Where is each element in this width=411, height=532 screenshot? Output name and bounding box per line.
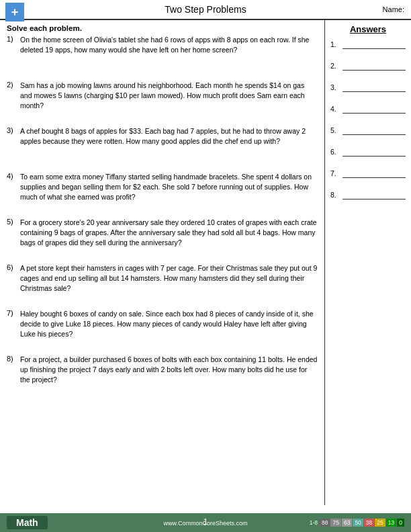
problem-text-5: For a grocery store's 20 year anniversar…	[20, 218, 318, 258]
problem-6: 6) A pet store kept their hamsters in ca…	[7, 263, 318, 304]
answer-num-2: 2.	[330, 62, 342, 70]
score-0: 0	[397, 519, 404, 527]
problem-num-4: 4)	[7, 172, 20, 212]
problem-num-8: 8)	[7, 355, 20, 395]
page-header: + Two Step Problems Name:	[0, 0, 411, 20]
answer-underline-2	[342, 61, 406, 71]
problem-num-6: 6)	[7, 263, 20, 304]
score-50: 50	[353, 519, 363, 527]
page-footer: Math www.CommonCoreSheets.com 1 1-8 88 7…	[0, 513, 411, 532]
problem-5: 5) For a grocery store's 20 year anniver…	[7, 218, 318, 258]
problem-text-1: On the home screen of Olivia's tablet sh…	[20, 35, 318, 75]
answer-num-5: 5.	[330, 126, 342, 134]
problem-2: 2) Sam has a job mowing lawns around his…	[7, 81, 318, 121]
problem-text-6: A pet store kept their hamsters in cages…	[20, 263, 318, 304]
problem-8: 8) For a project, a builder purchased 6 …	[7, 355, 318, 395]
answer-line-3: 3.	[330, 83, 406, 92]
score-63: 63	[342, 519, 352, 527]
logo-box: +	[5, 3, 24, 21]
answer-underline-3	[342, 83, 406, 92]
main-container: Solve each problem. 1) On the home scree…	[0, 20, 411, 505]
problem-num-3: 3)	[7, 126, 20, 167]
answers-title: Answers	[330, 24, 406, 34]
answer-num-7: 7.	[330, 169, 342, 177]
answer-underline-7	[342, 169, 406, 178]
problem-num-2: 2)	[7, 81, 20, 121]
answer-num-6: 6.	[330, 148, 342, 156]
footer-scores: 1-8 88 75 63 50 38 25 13 0	[310, 519, 404, 527]
answer-line-8: 8.	[330, 190, 406, 200]
page-title: Two Step Problems	[165, 4, 246, 15]
score-13: 13	[386, 519, 396, 527]
problem-3: 3) A chef bought 8 bags of apples for $3…	[7, 126, 318, 167]
answer-underline-4	[342, 104, 406, 114]
score-25: 25	[375, 519, 385, 527]
problem-text-3: A chef bought 8 bags of apples for $33. …	[20, 126, 318, 167]
problem-text-4: To earn some extra money Tiffany started…	[20, 172, 318, 212]
logo-plus: +	[11, 6, 19, 18]
score-range-label: 1-8	[310, 519, 318, 526]
score-38: 38	[364, 519, 374, 527]
score-88: 88	[320, 519, 330, 527]
answer-line-1: 1.	[330, 40, 406, 49]
instruction-label: Solve each problem.	[7, 24, 318, 32]
problem-text-8: For a project, a builder purchased 6 box…	[20, 355, 318, 395]
problem-num-5: 5)	[7, 218, 20, 258]
answer-num-8: 8.	[330, 191, 342, 199]
problem-num-1: 1)	[7, 35, 20, 75]
problem-1: 1) On the home screen of Olivia's tablet…	[7, 35, 318, 75]
answer-underline-5	[342, 126, 406, 135]
footer-page: 1	[203, 517, 208, 527]
answer-num-4: 4.	[330, 105, 342, 113]
answers-section: Answers 1. 2. 3. 4. 5. 6. 7.	[325, 20, 411, 505]
score-75: 75	[330, 519, 340, 527]
answer-underline-6	[342, 147, 406, 157]
problem-text-2: Sam has a job mowing lawns around his ne…	[20, 81, 318, 121]
answer-line-6: 6.	[330, 147, 406, 157]
problem-4: 4) To earn some extra money Tiffany star…	[7, 172, 318, 212]
answer-underline-1	[342, 40, 406, 49]
footer-math-label: Math	[7, 516, 48, 529]
answer-num-3: 3.	[330, 83, 342, 91]
name-label: Name:	[383, 5, 404, 13]
problems-section: Solve each problem. 1) On the home scree…	[0, 20, 325, 505]
answer-num-1: 1.	[330, 40, 342, 48]
problem-7: 7) Haley bought 6 boxes of candy on sale…	[7, 309, 318, 349]
answer-line-7: 7.	[330, 169, 406, 178]
problem-text-7: Haley bought 6 boxes of candy on sale. S…	[20, 309, 318, 349]
answer-line-2: 2.	[330, 61, 406, 71]
answer-line-5: 5.	[330, 126, 406, 135]
problem-num-7: 7)	[7, 309, 20, 349]
answer-line-4: 4.	[330, 104, 406, 114]
answer-underline-8	[342, 190, 406, 200]
